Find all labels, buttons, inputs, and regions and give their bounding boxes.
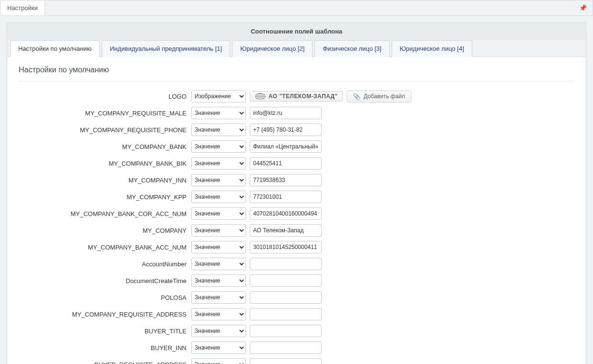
main-area: Соотношение полей шаблона Настройки по у… xyxy=(0,16,593,364)
field-label: MY_COMPANY_KPP xyxy=(19,193,191,201)
form-row: MY_COMPANY_BANK_COR_ACC_NUMЗначение xyxy=(19,207,574,220)
field-label: AccountNumber xyxy=(19,261,191,268)
form-row: MY_COMPANY_REQUISITE_PHONEЗначение xyxy=(19,124,574,136)
form-row: DocumentCreateTimeЗначение xyxy=(19,274,574,287)
form-row: MY_COMPANY_BANKЗначение xyxy=(19,140,574,153)
field-input[interactable] xyxy=(250,107,322,119)
field-select[interactable]: Значение xyxy=(191,341,246,354)
form-row: MY_COMPANY_BANK_BIKЗначение xyxy=(19,157,574,170)
field-label: LOGO xyxy=(19,93,191,100)
field-label: BUYER_INN xyxy=(19,344,191,352)
field-input[interactable] xyxy=(250,140,322,153)
field-label: MY_COMPANY_INN xyxy=(19,177,191,184)
section-title: Соотношение полей шаблона xyxy=(7,23,586,40)
field-input[interactable] xyxy=(250,308,322,320)
field-select[interactable]: Значение xyxy=(191,191,246,203)
tab-1[interactable]: Индивидуальный предприниматель [1] xyxy=(102,40,230,57)
form-row: AccountNumberЗначение xyxy=(19,258,574,270)
field-label: MY_COMPANY_BANK_COR_ACC_NUM xyxy=(19,210,191,217)
form-row: BUYER_REQUISITE_ADDRESSЗначение xyxy=(19,358,574,364)
field-label: MY_COMPANY_REQUISITE_MALE xyxy=(19,110,191,117)
logo-preview: АО "ТЕЛЕКОМ-ЗАПАД" 📎 Добавить файл xyxy=(250,91,411,102)
tab-0[interactable]: Настройки по умолчанию xyxy=(10,40,100,57)
form-row: MY_COMPANY_REQUISITE_ADDRESSЗначение xyxy=(19,308,574,320)
form-row: MY_COMPANY_KPPЗначение xyxy=(19,191,574,203)
pin-icon[interactable]: 📌 xyxy=(573,0,593,15)
add-file-label: Добавить файл xyxy=(363,93,405,100)
field-input[interactable] xyxy=(250,358,322,364)
field-select[interactable]: Значение xyxy=(191,107,246,119)
form-table: LOGO Изображение АО "ТЕЛЕКОМ-ЗАПАД" 📎 До… xyxy=(19,90,574,364)
tabs-row: Настройки по умолчаниюИндивидуальный пре… xyxy=(7,40,586,57)
field-label: MY_COMPANY xyxy=(19,227,191,234)
field-label: MY_COMPANY_BANK_BIK xyxy=(19,160,191,167)
field-select[interactable]: Значение xyxy=(191,174,246,186)
field-input[interactable] xyxy=(250,241,322,253)
field-label: BUYER_TITLE xyxy=(19,328,191,335)
field-label: MY_COMPANY_BANK xyxy=(19,143,191,150)
field-select[interactable]: Значение xyxy=(191,325,246,337)
field-input[interactable] xyxy=(250,274,322,287)
form-row: POLOSAЗначение xyxy=(19,291,574,304)
tab-3[interactable]: Физическое лицо [3] xyxy=(314,40,389,57)
form-row-logo: LOGO Изображение АО "ТЕЛЕКОМ-ЗАПАД" 📎 До… xyxy=(19,90,574,102)
field-label: BUYER_REQUISITE_ADDRESS xyxy=(19,361,191,364)
field-label: MY_COMPANY_BANK_ACC_NUM xyxy=(19,244,191,251)
form-row: BUYER_INNЗначение xyxy=(19,341,574,354)
field-select[interactable]: Значение xyxy=(191,308,246,320)
field-select[interactable]: Значение xyxy=(191,291,246,304)
logo-badge: АО "ТЕЛЕКОМ-ЗАПАД" xyxy=(250,91,343,102)
field-select-logo[interactable]: Изображение xyxy=(191,90,246,102)
form-row: MY_COMPANYЗначение xyxy=(19,224,574,237)
field-input[interactable] xyxy=(250,124,322,136)
field-input[interactable] xyxy=(250,157,322,170)
tab-4[interactable]: Юридическое лицо [4] xyxy=(392,40,472,57)
field-input[interactable] xyxy=(250,258,322,270)
field-select[interactable]: Значение xyxy=(191,124,246,136)
form-row: BUYER_TITLEЗначение xyxy=(19,325,574,337)
field-input[interactable] xyxy=(250,174,322,186)
field-select[interactable]: Значение xyxy=(191,157,246,170)
form-row: MY_COMPANY_REQUISITE_MALEЗначение xyxy=(19,107,574,119)
field-input[interactable] xyxy=(250,191,322,203)
field-input[interactable] xyxy=(250,207,322,220)
header-tab-settings[interactable]: Настройки xyxy=(0,0,45,15)
form-row: MY_COMPANY_BANK_ACC_NUMЗначение xyxy=(19,241,574,253)
field-input[interactable] xyxy=(250,341,322,354)
add-file-button[interactable]: 📎 Добавить файл xyxy=(347,91,411,102)
field-select[interactable]: Значение xyxy=(191,207,246,220)
logo-swirl-icon xyxy=(255,93,266,100)
page-header: Настройки 📌 xyxy=(0,0,593,16)
tab-2[interactable]: Юридическое лицо [2] xyxy=(232,40,313,57)
field-select[interactable]: Значение xyxy=(191,274,246,287)
field-label: DocumentCreateTime xyxy=(19,277,191,284)
field-select[interactable]: Значение xyxy=(191,258,246,270)
field-select[interactable]: Значение xyxy=(191,358,246,364)
field-label: MY_COMPANY_REQUISITE_ADDRESS xyxy=(19,311,191,318)
field-select[interactable]: Значение xyxy=(191,224,246,237)
field-input[interactable] xyxy=(250,325,322,337)
field-input[interactable] xyxy=(250,291,322,304)
tab-content: Настройки по умолчанию LOGO Изображение … xyxy=(7,57,586,364)
field-label: POLOSA xyxy=(19,294,191,301)
field-input[interactable] xyxy=(250,224,322,237)
content-heading: Настройки по умолчанию xyxy=(19,66,574,81)
logo-text: АО "ТЕЛЕКОМ-ЗАПАД" xyxy=(268,93,337,100)
form-row: MY_COMPANY_INNЗначение xyxy=(19,174,574,186)
paperclip-icon: 📎 xyxy=(353,93,360,100)
field-select[interactable]: Значение xyxy=(191,241,246,253)
field-label: MY_COMPANY_REQUISITE_PHONE xyxy=(19,126,191,134)
field-select[interactable]: Значение xyxy=(191,140,246,153)
